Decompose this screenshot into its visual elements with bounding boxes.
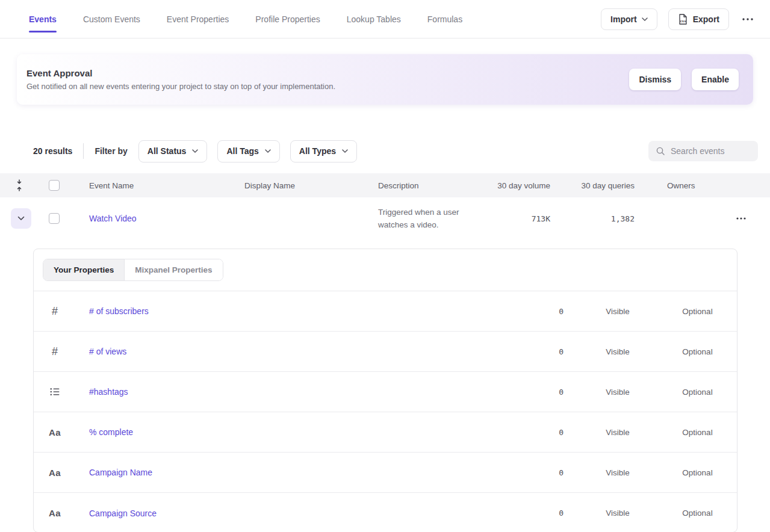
text-type-icon: Aa: [49, 468, 61, 478]
tab-custom-events[interactable]: Custom Events: [83, 0, 140, 38]
column-header-display-name: Display Name: [234, 181, 367, 190]
property-count: 0: [449, 428, 564, 437]
property-requirement[interactable]: Optional: [672, 347, 723, 356]
banner-text: Event Approval Get notified on all new e…: [26, 68, 335, 91]
list-type-icon: [50, 388, 60, 396]
search-box: [648, 141, 758, 161]
banner-description: Get notified on all new events entering …: [26, 82, 335, 91]
property-visibility[interactable]: Visible: [564, 388, 672, 397]
property-row: #hashtags 0 Visible Optional: [34, 372, 737, 412]
property-row: Aa Campaign Name 0 Visible Optional: [34, 453, 737, 493]
property-count: 0: [449, 468, 564, 477]
tab-events[interactable]: Events: [29, 0, 57, 38]
property-name-link[interactable]: % complete: [89, 427, 133, 437]
property-row: # # of views 0 Visible Optional: [34, 332, 737, 372]
import-button-label: Import: [610, 14, 637, 24]
numeric-type-icon: #: [52, 305, 58, 318]
event-name-link[interactable]: Watch Video: [89, 214, 137, 223]
property-visibility[interactable]: Visible: [564, 468, 672, 477]
property-count: 0: [449, 509, 564, 518]
chevron-down-icon: [642, 17, 648, 21]
banner-actions: Dismiss Enable: [629, 69, 739, 90]
search-icon: [656, 146, 665, 156]
event-properties-panel: Your Properties Mixpanel Properties # # …: [33, 249, 737, 532]
filter-by-label: Filter by: [95, 146, 127, 156]
property-name-link[interactable]: Campaign Name: [89, 468, 152, 477]
volume-cell: 713K: [483, 214, 554, 223]
svg-text:csv: csv: [680, 19, 686, 22]
property-count: 0: [449, 347, 564, 356]
text-type-icon: Aa: [49, 427, 61, 438]
select-all-checkbox[interactable]: [49, 180, 60, 191]
property-requirement[interactable]: Optional: [672, 428, 723, 437]
tab-event-properties[interactable]: Event Properties: [167, 0, 229, 38]
column-header-event-name: Event Name: [78, 181, 234, 190]
types-filter-dropdown[interactable]: All Types: [290, 140, 357, 162]
chevron-down-icon: [265, 149, 271, 153]
column-header-volume: 30 day volume: [483, 181, 554, 190]
results-count: 20 results: [33, 146, 72, 156]
dismiss-button[interactable]: Dismiss: [629, 69, 681, 90]
row-checkbox[interactable]: [49, 213, 60, 224]
top-navigation: Events Custom Events Event Properties Pr…: [0, 0, 770, 39]
property-requirement[interactable]: Optional: [672, 468, 723, 477]
collapse-row-button[interactable]: [11, 208, 31, 229]
chevron-down-icon: [17, 216, 25, 221]
topnav-actions: Import csv Export: [601, 8, 756, 30]
csv-file-icon: csv: [678, 14, 688, 25]
chevron-down-icon: [192, 149, 198, 153]
properties-panel-header: Your Properties Mixpanel Properties: [34, 249, 737, 291]
status-filter-dropdown[interactable]: All Status: [138, 140, 208, 162]
banner-title: Event Approval: [26, 68, 335, 78]
column-header-owners: Owners: [638, 181, 716, 190]
property-requirement[interactable]: Optional: [672, 307, 723, 316]
property-name-link[interactable]: #hashtags: [89, 387, 128, 397]
property-requirement[interactable]: Optional: [672, 509, 723, 518]
status-filter-label: All Status: [147, 146, 187, 156]
property-row: Aa Campaign Source 0 Visible Optional: [34, 493, 737, 532]
property-row: Aa % complete 0 Visible Optional: [34, 412, 737, 453]
import-button[interactable]: Import: [601, 8, 657, 30]
tab-your-properties[interactable]: Your Properties: [43, 259, 125, 280]
queries-cell: 1,382: [554, 214, 638, 223]
export-button-label: Export: [693, 14, 719, 24]
property-name-link[interactable]: # of views: [89, 347, 126, 356]
types-filter-label: All Types: [299, 146, 336, 156]
property-visibility[interactable]: Visible: [564, 307, 672, 316]
tab-lookup-tables[interactable]: Lookup Tables: [347, 0, 401, 38]
property-visibility[interactable]: Visible: [564, 347, 672, 356]
lexicon-tabs: Events Custom Events Event Properties Pr…: [29, 0, 462, 38]
enable-button[interactable]: Enable: [692, 69, 739, 90]
events-table-header: Event Name Display Name Description 30 d…: [0, 173, 770, 197]
tags-filter-label: All Tags: [226, 146, 258, 156]
property-name-link[interactable]: Campaign Source: [89, 509, 157, 518]
description-cell: Triggered when a user watches a video.: [367, 206, 479, 231]
property-row: # # of subscribers 0 Visible Optional: [34, 291, 737, 332]
collapse-rows-icon: [16, 179, 23, 191]
search-input[interactable]: [671, 146, 751, 156]
more-menu-button[interactable]: [740, 16, 756, 23]
text-type-icon: Aa: [49, 508, 61, 518]
property-name-link[interactable]: # of subscribers: [89, 306, 149, 316]
column-header-description: Description: [367, 181, 483, 190]
event-table-row: Watch Video Triggered when a user watche…: [0, 197, 770, 240]
properties-tab-group: Your Properties Mixpanel Properties: [43, 259, 223, 281]
filter-bar: 20 results Filter by All Status All Tags…: [0, 140, 770, 162]
property-requirement[interactable]: Optional: [672, 388, 723, 397]
tab-formulas[interactable]: Formulas: [427, 0, 462, 38]
row-more-button[interactable]: [734, 215, 748, 222]
more-horizontal-icon: [742, 18, 753, 20]
tags-filter-dropdown[interactable]: All Tags: [217, 140, 279, 162]
tab-profile-properties[interactable]: Profile Properties: [255, 0, 320, 38]
tab-mixpanel-properties[interactable]: Mixpanel Properties: [125, 259, 222, 280]
chevron-down-icon: [342, 149, 348, 153]
numeric-type-icon: #: [52, 345, 58, 358]
property-visibility[interactable]: Visible: [564, 428, 672, 437]
column-header-queries: 30 day queries: [554, 181, 638, 190]
event-approval-banner: Event Approval Get notified on all new e…: [17, 54, 753, 105]
export-button[interactable]: csv Export: [668, 8, 729, 30]
property-count: 0: [449, 307, 564, 316]
property-visibility[interactable]: Visible: [564, 509, 672, 518]
property-count: 0: [449, 388, 564, 397]
collapse-all-button[interactable]: [13, 177, 25, 194]
